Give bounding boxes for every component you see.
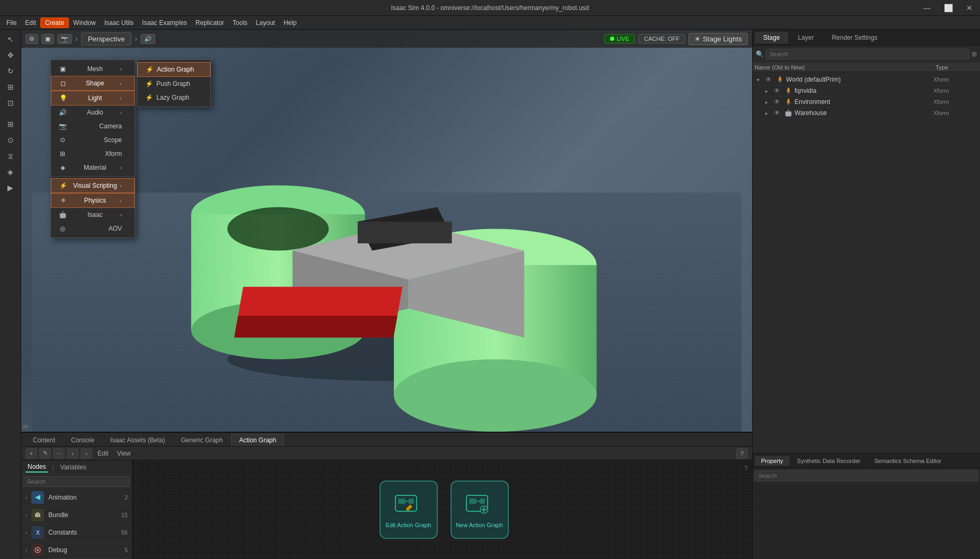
- left-toolbar: ↖ ✥ ↻ ⊞ ⊡ ⊞ ⊙ ⧖ ◈ ▶: [0, 30, 21, 559]
- svg-point-20: [37, 549, 39, 551]
- add-node-button[interactable]: +: [25, 448, 37, 459]
- live-indicator: [610, 37, 614, 41]
- node-animation[interactable]: › Animation 2: [21, 489, 132, 506]
- transform-tool[interactable]: ⊡: [2, 95, 19, 110]
- menu-isaac-examples[interactable]: Isaac Examples: [138, 18, 191, 28]
- menu-aov[interactable]: ◎ AOV: [51, 222, 135, 235]
- nodes-search-input[interactable]: [23, 476, 130, 487]
- tree-warehouse[interactable]: ▸ 👁 🤖 Warehouse Xform: [755, 108, 978, 119]
- menu-camera[interactable]: 📷 Camera: [51, 119, 135, 133]
- minimize-button[interactable]: —: [916, 0, 938, 16]
- node-constants[interactable]: › X Constants 56: [21, 524, 132, 541]
- menu-create[interactable]: Create: [40, 18, 69, 28]
- menu-scope[interactable]: ⊙ Scope: [51, 133, 135, 147]
- camera-tool[interactable]: ⊙: [2, 133, 19, 147]
- fqnvidia-vis-toggle[interactable]: 👁: [774, 87, 780, 94]
- maximize-button[interactable]: ⬜: [938, 0, 959, 16]
- create-menu[interactable]: ▣ Mesh › ◻ Shape › 💡 Light ›: [50, 59, 135, 238]
- bundle-icon: [31, 509, 44, 521]
- fqnvidia-expand[interactable]: ▸: [765, 88, 772, 94]
- edit-pencil-button[interactable]: ✎: [39, 448, 51, 459]
- graph-help[interactable]: ?: [744, 465, 748, 472]
- close-button[interactable]: ✕: [959, 0, 980, 16]
- world-expand[interactable]: ▾: [757, 77, 763, 83]
- wh-expand[interactable]: ▸: [765, 110, 772, 116]
- live-button[interactable]: LIVE: [604, 34, 635, 43]
- help-button[interactable]: ?: [736, 448, 748, 459]
- stage-tab-stage[interactable]: Stage: [755, 32, 788, 43]
- tree-fqnvidia[interactable]: ▸ 👁 🧍 fqnvidia Xform: [755, 85, 978, 97]
- filter-icon[interactable]: ⊞: [972, 50, 977, 58]
- tab-content[interactable]: Content: [25, 434, 63, 446]
- env-vis-toggle[interactable]: 👁: [774, 98, 780, 106]
- menu-replicator[interactable]: Replicator: [191, 18, 228, 28]
- menu-physics[interactable]: ⚛ Physics ›: [51, 193, 135, 208]
- move-tool[interactable]: ✥: [2, 48, 19, 63]
- animate-tool[interactable]: ▶: [2, 180, 19, 195]
- node-debug[interactable]: › Debug 5: [21, 541, 132, 559]
- physics-tool[interactable]: ⧖: [2, 149, 19, 163]
- cache-button[interactable]: CACHE: OFF: [638, 34, 685, 43]
- prop-tab-semantics[interactable]: Semantics Schema Editor: [868, 456, 948, 466]
- stage-search-input[interactable]: [766, 49, 969, 59]
- visual-scripting-submenu[interactable]: ⚡ Action Graph ⚡ Push Graph ⚡ Lazy Graph: [137, 59, 211, 107]
- tree-world[interactable]: ▾ 👁 🧍 World (defaultPrim) Xform: [755, 74, 978, 85]
- rotate-tool[interactable]: ↻: [2, 64, 19, 78]
- snap-tool[interactable]: ⊞: [2, 117, 19, 132]
- env-type: Xform: [933, 99, 976, 105]
- view-label[interactable]: View: [114, 450, 134, 457]
- stage-tab-render-settings[interactable]: Render Settings: [823, 32, 886, 43]
- menu-file[interactable]: File: [2, 18, 21, 28]
- dots-button[interactable]: ···: [53, 448, 65, 459]
- prop-tab-synthetic[interactable]: Synthetic Data Recorder: [791, 456, 867, 466]
- tab-variables[interactable]: Variables: [58, 462, 89, 472]
- audio-button[interactable]: 🔊: [140, 34, 155, 44]
- graph-cards: Edit Action Graph: [379, 481, 509, 539]
- nav-back-button[interactable]: ‹: [67, 448, 78, 459]
- menu-shape[interactable]: ◻ Shape ›: [51, 76, 135, 91]
- scale-tool[interactable]: ⊞: [2, 80, 19, 94]
- node-bundle[interactable]: › Bundle 15: [21, 506, 132, 524]
- property-search-input[interactable]: [755, 470, 978, 481]
- prop-tab-property[interactable]: Property: [755, 456, 790, 466]
- submenu-lazy-graph[interactable]: ⚡ Lazy Graph: [137, 91, 210, 104]
- tab-generic-graph[interactable]: Generic Graph: [173, 434, 230, 446]
- menu-isaac-utils[interactable]: Isaac Utils: [100, 18, 138, 28]
- menu-light[interactable]: 💡 Light ›: [51, 91, 135, 106]
- cache-label: CACHE: OFF: [644, 36, 679, 42]
- edit-action-graph-card[interactable]: Edit Action Graph: [379, 481, 438, 539]
- menu-isaac[interactable]: 🤖 Isaac ›: [51, 208, 135, 222]
- camera-nav-button[interactable]: 📷: [57, 34, 72, 44]
- menu-xform[interactable]: ⊞ Xform: [51, 147, 135, 161]
- wh-vis-toggle[interactable]: 👁: [774, 109, 780, 117]
- tab-nodes[interactable]: Nodes: [25, 462, 48, 473]
- tab-console[interactable]: Console: [64, 434, 102, 446]
- new-action-graph-card[interactable]: New Action Graph: [451, 481, 509, 539]
- world-vis-toggle[interactable]: 👁: [765, 76, 772, 83]
- perspective-button[interactable]: Perspective: [81, 32, 132, 46]
- stage-lights-button[interactable]: ☀ Stage Lights: [688, 33, 748, 45]
- camera-settings-button[interactable]: ⚙: [25, 34, 38, 44]
- tab-isaac-assets[interactable]: Isaac Assets (Beta): [103, 434, 172, 446]
- menu-layout[interactable]: Layout: [252, 18, 279, 28]
- menu-material[interactable]: ◈ Material ›: [51, 161, 135, 174]
- submenu-action-graph[interactable]: ⚡ Action Graph: [137, 62, 210, 77]
- menu-help[interactable]: Help: [279, 18, 301, 28]
- menu-audio[interactable]: 🔊 Audio ›: [51, 106, 135, 119]
- menu-visual-scripting[interactable]: ⚡ Visual Scripting ›: [51, 178, 135, 193]
- nav-fwd-button[interactable]: ›: [81, 448, 92, 459]
- window-controls[interactable]: — ⬜ ✕: [916, 0, 980, 16]
- tree-environment[interactable]: ▸ 👁 🧍 Environment Xform: [755, 97, 978, 108]
- submenu-push-graph[interactable]: ⚡ Push Graph: [137, 77, 210, 91]
- select-tool[interactable]: ↖: [2, 32, 19, 47]
- tab-action-graph[interactable]: Action Graph: [231, 434, 284, 446]
- render-tool[interactable]: ◈: [2, 164, 19, 179]
- display-options-button[interactable]: ▣: [41, 34, 54, 44]
- edit-label[interactable]: Edit: [94, 450, 112, 457]
- menu-mesh[interactable]: ▣ Mesh ›: [51, 62, 135, 76]
- env-expand[interactable]: ▸: [765, 99, 772, 105]
- menu-window[interactable]: Window: [69, 18, 100, 28]
- menu-tools[interactable]: Tools: [228, 18, 252, 28]
- stage-tab-layer[interactable]: Layer: [789, 32, 822, 43]
- menu-edit[interactable]: Edit: [21, 18, 40, 28]
